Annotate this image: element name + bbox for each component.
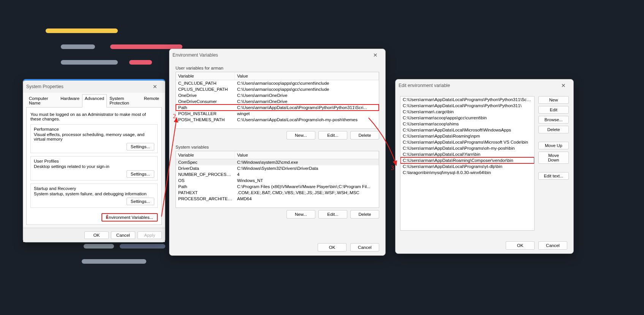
delete-button[interactable]: Delete xyxy=(538,126,569,133)
col-header-variable[interactable]: Variable xyxy=(176,72,235,80)
path-item[interactable]: C:\Users\arman\scoop\shims xyxy=(400,121,534,127)
tab-system-protection[interactable]: System Protection xyxy=(107,94,141,107)
admin-notice: You must be logged on as an Administrato… xyxy=(30,112,158,121)
user-new-button[interactable]: New... xyxy=(286,131,315,139)
var-value: C:\Users\arman\OneDrive xyxy=(235,93,379,98)
var-name: Path xyxy=(176,184,235,189)
tab-computer-name[interactable]: Computer Name xyxy=(26,94,58,107)
user-var-row[interactable]: OneDriveConsumerC:\Users\arman\OneDrive xyxy=(176,98,379,104)
browse-button[interactable]: Browse... xyxy=(538,116,569,123)
sys-var-row[interactable]: NUMBER_OF_PROCESSORS4 xyxy=(176,171,379,177)
var-name: POSH_THEMES_PATH xyxy=(176,117,235,122)
startup-label: Startup and Recovery xyxy=(34,186,154,191)
col-header-value[interactable]: Value xyxy=(235,72,379,80)
titlebar[interactable]: Environment Variables ✕ xyxy=(169,49,385,61)
annotation-3: 3 xyxy=(391,165,394,171)
cancel-button[interactable]: Cancel xyxy=(350,243,379,252)
sys-var-row[interactable]: PATHEXT.COM;.EXE;.BAT;.CMD;.VBS;.VBE;.JS… xyxy=(176,190,379,196)
move-up-button[interactable]: Move Up xyxy=(538,142,569,149)
path-item[interactable]: C:\Users\arman\AppData\Local\Programs\yt… xyxy=(400,163,534,169)
cancel-button[interactable]: Cancel xyxy=(111,231,135,239)
col-header-variable[interactable]: Variable xyxy=(176,151,235,159)
user-var-row[interactable]: PathC:\Users\arman\AppData\Local\Program… xyxy=(176,104,379,111)
system-properties-dialog: System Properties ✕ Computer Name Hardwa… xyxy=(23,79,165,242)
user-var-row[interactable]: OneDriveC:\Users\arman\OneDrive xyxy=(176,92,379,98)
tab-remote[interactable]: Remote xyxy=(141,94,162,107)
user-delete-button[interactable]: Delete xyxy=(350,131,379,139)
close-icon[interactable]: ✕ xyxy=(557,81,570,90)
var-value: C:\Windows\System32\Drivers\DriverData xyxy=(235,166,379,171)
user-var-row[interactable]: C_INCLUDE_PATHC:\Users\arman\scoop\apps\… xyxy=(176,80,379,86)
path-item[interactable]: C:\Users\arman\scoop\apps\gcc\current\bi… xyxy=(400,115,534,121)
annotation-2: 2 xyxy=(173,113,176,120)
titlebar[interactable]: Edit environment variable ✕ xyxy=(396,79,573,92)
var-name: ComSpec xyxy=(176,160,235,165)
user-edit-button[interactable]: Edit... xyxy=(318,131,347,139)
var-name: OneDriveConsumer xyxy=(176,99,235,104)
user-vars-label: User variables for arman xyxy=(176,66,379,70)
path-item[interactable]: C:\Users\arman\AppData\Local\Programs\Py… xyxy=(400,97,534,103)
sys-var-row[interactable]: OSWindows_NT xyxy=(176,177,379,184)
user-var-row[interactable]: CPLUS_INCLUDE_PATHC:\Users\arman\scoop\a… xyxy=(176,86,379,92)
decorative-bar xyxy=(46,28,118,33)
sys-vars-label: System variables xyxy=(176,145,379,149)
user-vars-table[interactable]: Variable Value C_INCLUDE_PATHC:\Users\ar… xyxy=(176,72,379,129)
user-var-row[interactable]: POSH_THEMES_PATHC:\Users\arman\AppData\L… xyxy=(176,117,379,123)
path-item[interactable]: C:\Users\arman\AppData\Roaming\Composer\… xyxy=(400,157,534,163)
ok-button[interactable]: OK xyxy=(318,243,347,252)
sys-var-row[interactable]: PROCESSOR_ARCHITECTUREAMD64 xyxy=(176,196,379,202)
new-button[interactable]: New xyxy=(538,96,569,104)
decorative-bar xyxy=(61,60,118,65)
path-item[interactable]: C:\Users\arman\AppData\Local\Programs\oh… xyxy=(400,145,534,151)
path-item[interactable]: C:\Users\arman\AppData\Local\Yarn\bin xyxy=(400,151,534,157)
sys-var-row[interactable]: PathC:\Program Files (x86)\VMware\VMware… xyxy=(176,184,379,190)
ok-button[interactable]: OK xyxy=(506,241,535,250)
path-item[interactable]: C:\Users\arman\AppData\Roaming\npm xyxy=(400,133,534,139)
cancel-button[interactable]: Cancel xyxy=(538,241,567,250)
apply-button[interactable]: Apply xyxy=(138,231,162,239)
var-value: AMD64 xyxy=(235,196,379,201)
titlebar[interactable]: System Properties ✕ xyxy=(23,81,165,93)
performance-settings-button[interactable]: Settings... xyxy=(127,143,154,150)
edit-button[interactable]: Edit xyxy=(538,106,569,114)
decorative-bar xyxy=(61,44,95,49)
var-name: CPLUS_INCLUDE_PATH xyxy=(176,87,235,92)
user-profiles-label: User Profiles xyxy=(34,159,154,163)
path-item[interactable]: C:\Users\arman\.cargo\bin xyxy=(400,109,534,115)
var-name: Path xyxy=(176,105,235,110)
var-name: DriverData xyxy=(176,166,235,171)
close-icon[interactable]: ✕ xyxy=(369,51,382,60)
sys-var-row[interactable]: ComSpecC:\Windows\system32\cmd.exe xyxy=(176,159,379,165)
sys-edit-button[interactable]: Edit... xyxy=(318,210,347,218)
sys-vars-table[interactable]: Variable Value ComSpecC:\Windows\system3… xyxy=(176,151,379,208)
decorative-bar xyxy=(129,60,152,65)
path-list[interactable]: C:\Users\arman\AppData\Local\Programs\Py… xyxy=(400,96,535,231)
edit-text-button[interactable]: Edit text... xyxy=(538,172,569,180)
path-item[interactable]: C:\Users\arman\AppData\Local\Programs\Py… xyxy=(400,103,534,109)
ok-button[interactable]: OK xyxy=(84,231,109,239)
move-down-button[interactable]: Move Down xyxy=(538,152,569,164)
var-value: C:\Users\arman\scoop\apps\gcc\current\in… xyxy=(235,87,379,92)
sys-var-row[interactable]: DriverDataC:\Windows\System32\Drivers\Dr… xyxy=(176,165,379,171)
annotation-1: 1 xyxy=(106,214,109,220)
path-item[interactable]: C:\laragon\bin\mysql\mysql-8.0.30-winx64… xyxy=(400,169,534,176)
path-item[interactable]: C:\Users\arman\AppData\Local\Microsoft\W… xyxy=(400,127,534,133)
var-value: 4 xyxy=(235,172,379,177)
path-item[interactable]: C:\Users\arman\AppData\Local\Programs\Mi… xyxy=(400,139,534,145)
sys-new-button[interactable]: New... xyxy=(286,210,315,218)
startup-desc: System startup, system failure, and debu… xyxy=(34,192,154,196)
close-icon[interactable]: ✕ xyxy=(148,82,162,91)
dialog-title: Environment Variables xyxy=(172,52,369,58)
user-profiles-settings-button[interactable]: Settings... xyxy=(127,170,154,178)
tab-hardware[interactable]: Hardware xyxy=(58,94,82,107)
var-value: winget xyxy=(235,111,379,116)
col-header-value[interactable]: Value xyxy=(235,151,379,159)
user-var-row[interactable]: POSH_INSTALLERwinget xyxy=(176,111,379,117)
environment-variables-button[interactable]: Environment Variables... xyxy=(101,213,158,222)
startup-settings-button[interactable]: Settings... xyxy=(127,198,154,205)
var-name: PROCESSOR_ARCHITECTURE xyxy=(176,196,235,201)
sys-delete-button[interactable]: Delete xyxy=(350,210,379,218)
var-name: POSH_INSTALLER xyxy=(176,111,235,116)
var-name: C_INCLUDE_PATH xyxy=(176,81,235,86)
tab-advanced[interactable]: Advanced xyxy=(82,94,107,108)
